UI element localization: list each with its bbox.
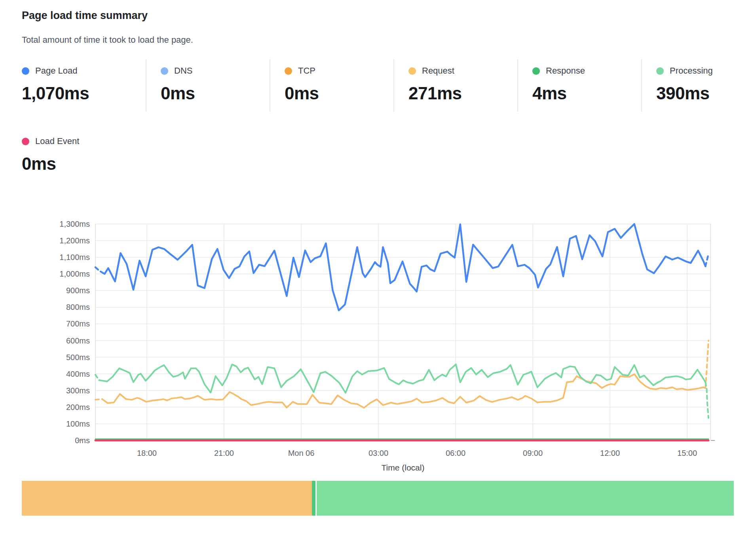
metric-label: Response <box>546 66 585 76</box>
request-legend-dot-icon <box>408 67 416 75</box>
metric-label: DNS <box>174 66 192 76</box>
phase-summary-bar[interactable] <box>22 481 734 516</box>
series-page-load-dashed <box>95 267 104 274</box>
metric-label: Load Event <box>35 136 79 146</box>
metric-value: 0ms <box>22 154 146 174</box>
y-tick-label: 100ms <box>66 419 90 428</box>
bar-segment-request-share <box>22 481 312 516</box>
y-tick-label: 300ms <box>66 386 90 395</box>
metric-label-row: Load Event <box>22 136 146 146</box>
x-tick-label: Mon 06 <box>288 449 315 457</box>
tcp-legend-dot-icon <box>285 67 292 75</box>
x-tick-label: 06:00 <box>446 449 465 457</box>
metric-request: Request 271ms <box>393 59 517 112</box>
metric-label-row: Response <box>532 66 641 76</box>
metrics-row: Page Load 1,070ms DNS 0ms TCP 0ms Reques… <box>22 59 756 112</box>
processing-legend-dot-icon <box>656 67 664 75</box>
metric-label-row: Page Load <box>22 66 146 76</box>
page-load-summary-panel: Page load time summary Total amount of t… <box>0 0 756 535</box>
metric-load-event: Load Event 0ms <box>22 130 146 182</box>
y-tick-label: 400ms <box>66 370 90 378</box>
metric-label-row: Processing <box>656 66 756 76</box>
response-legend-dot-icon <box>532 67 540 75</box>
metric-response: Response 4ms <box>517 59 641 112</box>
metric-processing: Processing 390ms <box>641 59 756 112</box>
metric-page-load: Page Load 1,070ms <box>22 59 146 112</box>
metric-value: 271ms <box>408 83 517 103</box>
series-page-load-dashed <box>705 254 709 266</box>
bar-segment-boundary-sliver <box>312 481 315 516</box>
x-axis-title: Time (local) <box>382 463 425 472</box>
page-subtitle: Total amount of time it took to load the… <box>22 35 193 45</box>
x-tick-label: 09:00 <box>523 449 543 457</box>
series-request-dashed <box>705 341 709 388</box>
page-load-legend-dot-icon <box>22 67 29 75</box>
metric-label: Page Load <box>35 66 77 76</box>
metric-value: 4ms <box>532 83 641 103</box>
metric-value: 0ms <box>161 83 270 103</box>
y-tick-label: 200ms <box>66 403 90 412</box>
y-tick-label: 800ms <box>66 303 90 311</box>
metrics-row-2: Load Event 0ms <box>22 130 146 182</box>
page-title: Page load time summary <box>22 9 148 22</box>
metric-dns: DNS 0ms <box>146 59 270 112</box>
y-tick-label: 1,100ms <box>59 253 90 262</box>
y-tick-label: 500ms <box>66 353 90 362</box>
dns-legend-dot-icon <box>161 67 168 75</box>
y-tick-label: 700ms <box>66 319 90 328</box>
y-tick-label: 600ms <box>66 336 90 345</box>
y-tick-label: 1,000ms <box>59 269 90 278</box>
metric-value: 0ms <box>285 83 393 103</box>
series-processing-dashed <box>95 375 99 380</box>
metric-tcp: TCP 0ms <box>270 59 393 112</box>
metric-label: Processing <box>670 66 713 76</box>
load-event-legend-dot-icon <box>22 138 29 145</box>
series-page-load-line <box>104 224 705 310</box>
series-request-line <box>102 374 705 408</box>
y-tick-label: 1,200ms <box>59 236 90 245</box>
metric-label-row: Request <box>408 66 517 76</box>
x-tick-label: 15:00 <box>677 449 697 457</box>
load-time-chart[interactable]: 0ms100ms200ms300ms400ms500ms600ms700ms80… <box>0 214 756 475</box>
y-tick-label: 1,300ms <box>59 220 90 228</box>
x-tick-label: 03:00 <box>369 449 388 457</box>
y-tick-label: 900ms <box>66 286 90 295</box>
metric-label-row: TCP <box>285 66 393 76</box>
series-request-dashed <box>95 399 102 400</box>
metric-value: 1,070ms <box>22 83 146 103</box>
x-tick-label: 18:00 <box>137 449 157 457</box>
metric-label-row: DNS <box>161 66 270 76</box>
series-processing-line <box>99 364 705 393</box>
metric-value: 390ms <box>656 83 756 103</box>
x-tick-label: 12:00 <box>600 449 620 457</box>
bar-segment-processing-share <box>317 481 734 516</box>
metric-label: Request <box>422 66 454 76</box>
metric-label: TCP <box>298 66 315 76</box>
x-tick-label: 21:00 <box>214 449 234 457</box>
y-tick-label: 0ms <box>75 436 90 445</box>
